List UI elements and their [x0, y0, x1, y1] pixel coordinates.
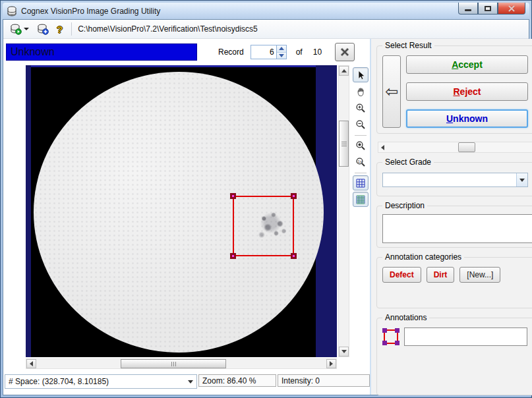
- database-open-icon: [10, 24, 22, 35]
- pointer-icon: [355, 70, 366, 80]
- image-left-stripe: [26, 65, 31, 357]
- viewer-pane: Unknown Record of 10: [3, 39, 370, 395]
- category-new-button[interactable]: [New...]: [459, 267, 500, 283]
- annotations-group: Annotations: [376, 318, 532, 395]
- zoom-status-text: Zoom: 86.40 %: [202, 376, 256, 385]
- scroll-up-icon: [341, 69, 347, 72]
- app-icon: [7, 6, 17, 16]
- track-left-icon[interactable]: [381, 145, 384, 150]
- viewer-toolstrip: 1x: [349, 65, 369, 357]
- open-database-dropdown-icon: [24, 28, 29, 30]
- category-defect-button[interactable]: Defect: [382, 267, 421, 283]
- zoom-out-icon: [355, 119, 366, 130]
- zoom-out-tool-button[interactable]: [353, 117, 369, 132]
- toolstrip-separator: [355, 173, 367, 173]
- status-bar: # Space: (328.704, 8.10185) Zoom: 86.40 …: [5, 374, 370, 387]
- maximize-button[interactable]: [478, 3, 498, 14]
- close-button[interactable]: [498, 3, 525, 14]
- zoom-fill-tool-button[interactable]: [353, 138, 369, 153]
- zoom-in-tool-button[interactable]: [353, 100, 369, 115]
- description-group: Description: [376, 206, 532, 248]
- minimize-icon: [465, 9, 471, 11]
- record-spinner: [251, 45, 287, 59]
- accept-button[interactable]: Accept: [406, 55, 528, 74]
- rect-handle-top-right[interactable]: [291, 193, 297, 199]
- combo-arrow-icon: [519, 179, 525, 182]
- scroll-down-icon: [341, 350, 347, 353]
- delete-record-icon: [340, 47, 350, 57]
- thumb-grip: [341, 144, 347, 144]
- rect-handle-bottom-left[interactable]: [230, 253, 236, 259]
- pointer-tool-button[interactable]: [353, 67, 369, 82]
- grade-dropdown-button[interactable]: [516, 173, 527, 186]
- record-spin-up-button[interactable]: [277, 45, 286, 53]
- close-icon: [508, 5, 516, 12]
- annotation-categories-group: Annotation categories Defect Dirt [New..…: [376, 257, 532, 308]
- delete-record-button[interactable]: [335, 43, 355, 61]
- title-bar[interactable]: Cognex VisionPro Image Grading Utility: [3, 3, 529, 19]
- new-image-database-button[interactable]: [34, 21, 51, 37]
- viewer-vertical-scrollbar[interactable]: [338, 65, 349, 357]
- intensity-status: Intensity: 0: [278, 374, 370, 387]
- zoom-in-icon: [355, 103, 366, 113]
- previous-arrow-icon: ⇦: [385, 82, 398, 101]
- annotation-text-input[interactable]: [404, 327, 527, 346]
- select-grade-group: Select Grade ✎: [376, 162, 532, 196]
- grid-pixel-tool-button[interactable]: [353, 192, 369, 207]
- spin-down-icon: [279, 54, 284, 57]
- select-result-title: Select Result: [382, 41, 434, 50]
- vertical-scroll-track[interactable]: [339, 76, 349, 347]
- scroll-left-icon: [30, 361, 33, 366]
- zoom-status: Zoom: 86.40 %: [198, 374, 276, 387]
- pan-tool-button[interactable]: [353, 84, 369, 99]
- maximize-icon: [485, 6, 491, 11]
- record-spin-down-button[interactable]: [277, 53, 286, 59]
- scroll-up-button[interactable]: [339, 66, 349, 76]
- description-title: Description: [382, 201, 427, 210]
- minimize-button[interactable]: [458, 3, 478, 14]
- rect-handle-top-left[interactable]: [230, 193, 236, 199]
- grade-combobox[interactable]: [382, 173, 528, 187]
- annotation-marker-icon: [384, 329, 398, 344]
- viewer-horizontal-scrollbar[interactable]: [26, 358, 337, 369]
- record-total: 10: [313, 47, 322, 57]
- grid-fit-tool-button[interactable]: [353, 175, 369, 190]
- vertical-scroll-thumb[interactable]: [339, 121, 349, 167]
- scroll-right-icon: [330, 361, 333, 366]
- result-banner: Unknown: [6, 43, 197, 61]
- help-icon: ?: [57, 24, 63, 35]
- category-dirt-button[interactable]: Dirt: [427, 267, 455, 283]
- record-label: Record: [218, 47, 244, 57]
- select-result-group: Select Result ⇦ Accept Reject: [376, 45, 532, 134]
- grading-panel: Select Result ⇦ Accept Reject: [370, 39, 532, 395]
- horizontal-scroll-thumb[interactable]: [121, 359, 226, 368]
- grid-fit-icon: [355, 178, 366, 188]
- space-status: # Space: (328.704, 8.10185): [9, 377, 109, 386]
- space-dropdown-icon: [188, 380, 193, 384]
- scroll-down-button[interactable]: [339, 347, 349, 356]
- reject-button[interactable]: Reject: [406, 82, 528, 101]
- select-grade-title: Select Grade: [382, 157, 434, 167]
- help-button[interactable]: ?: [54, 21, 65, 37]
- annotations-title: Annotations: [382, 313, 429, 322]
- thumb-grip: [173, 362, 174, 366]
- space-selector[interactable]: # Space: (328.704, 8.10185): [5, 374, 197, 389]
- unknown-button[interactable]: Unknown: [406, 109, 528, 128]
- record-position-scrollbar[interactable]: [378, 142, 532, 153]
- open-image-database-button[interactable]: [7, 21, 32, 37]
- database-new-icon: [37, 24, 49, 35]
- annotation-categories-title: Annotation categories: [382, 252, 464, 262]
- window-controls: [458, 3, 525, 14]
- rect-handle-bottom-right[interactable]: [291, 253, 297, 259]
- record-input[interactable]: [251, 45, 276, 59]
- horizontal-scroll-track[interactable]: [36, 359, 326, 368]
- previous-record-button[interactable]: ⇦: [382, 55, 401, 128]
- description-textarea[interactable]: [382, 214, 532, 243]
- zoom-1x-tool-button[interactable]: 1x: [353, 154, 369, 169]
- main-toolbar: ? C:\home\VisionPro\7.2\Verification\Tes…: [3, 20, 529, 39]
- scroll-right-button[interactable]: [326, 359, 336, 368]
- record-position-thumb[interactable]: [458, 142, 475, 152]
- annotation-rectangle[interactable]: [233, 196, 294, 256]
- image-canvas[interactable]: [26, 65, 337, 357]
- scroll-left-button[interactable]: [26, 359, 36, 368]
